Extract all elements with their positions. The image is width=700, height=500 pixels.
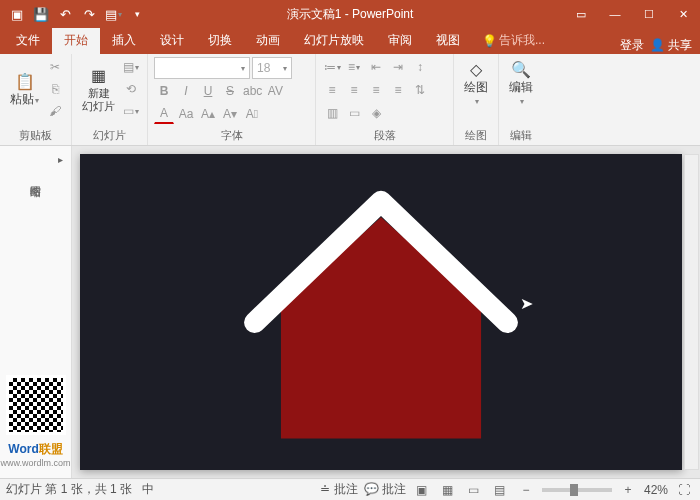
shadow-button[interactable]: abc xyxy=(242,81,263,101)
save-icon[interactable]: 💾 xyxy=(30,3,52,25)
tab-slideshow[interactable]: 幻灯片放映 xyxy=(292,27,376,54)
login-link[interactable]: 登录 xyxy=(620,37,644,54)
minimize-icon[interactable]: — xyxy=(598,0,632,28)
undo-icon[interactable]: ↶ xyxy=(54,3,76,25)
format-painter-icon[interactable]: 🖌 xyxy=(45,101,65,121)
qat-customize-icon[interactable]: ▾ xyxy=(126,3,148,25)
align-right-button[interactable]: ≡ xyxy=(366,80,386,100)
shapes-icon: ◇ xyxy=(466,59,486,79)
clipboard-icon: 📋 xyxy=(15,71,35,91)
tab-review[interactable]: 审阅 xyxy=(376,27,424,54)
text-direction-button[interactable]: ↕ xyxy=(410,57,430,77)
underline-button[interactable]: U xyxy=(198,81,218,101)
line-spacing-button[interactable]: ⇅ xyxy=(410,80,430,100)
outline-tab[interactable]: 缩略图 xyxy=(24,173,47,181)
group-label-editing: 编辑 xyxy=(505,126,537,145)
smartart-button[interactable]: ◈ xyxy=(366,103,386,123)
indent-decrease-button[interactable]: ⇤ xyxy=(366,57,386,77)
slide-canvas-area: ➤ xyxy=(72,146,700,478)
redo-icon[interactable]: ↷ xyxy=(78,3,100,25)
qr-code xyxy=(6,375,66,435)
ribbon-tabs: 文件 开始 插入 设计 切换 动画 幻灯片放映 审阅 视图 💡告诉我... 登录… xyxy=(0,28,700,54)
bullets-button[interactable]: ≔▾ xyxy=(322,57,342,77)
new-slide-button[interactable]: ▦ 新建 幻灯片 xyxy=(78,63,119,115)
char-spacing-button[interactable]: AV xyxy=(265,81,285,101)
shrink-font-button[interactable]: A▾ xyxy=(220,104,240,124)
tab-animations[interactable]: 动画 xyxy=(244,27,292,54)
font-color-button[interactable]: A xyxy=(154,104,174,124)
ribbon-options-icon[interactable]: ▭ xyxy=(564,0,598,28)
content-area: ▸ 缩略图 Word联盟 www.wordlm.com ➤ xyxy=(0,146,700,478)
ribbon: 📋 粘贴▾ ✂ ⎘ 🖌 剪贴板 ▦ 新建 幻灯片 ▤▾ ⟲ ▭▾ 幻灯片 xyxy=(0,54,700,146)
tab-design[interactable]: 设计 xyxy=(148,27,196,54)
align-left-button[interactable]: ≡ xyxy=(322,80,342,100)
slide[interactable]: ➤ xyxy=(80,154,682,470)
new-slide-icon: ▦ xyxy=(89,65,109,85)
italic-button[interactable]: I xyxy=(176,81,196,101)
editing-button[interactable]: 🔍 编辑▾ xyxy=(505,57,537,110)
zoom-level[interactable]: 42% xyxy=(644,483,668,497)
comments-button[interactable]: 💬 批注 xyxy=(364,481,406,498)
window-title: 演示文稿1 - PowerPoint xyxy=(287,6,414,23)
columns-button[interactable]: ▥ xyxy=(322,103,342,123)
sorter-view-icon[interactable]: ▦ xyxy=(438,481,458,499)
mouse-cursor-icon: ➤ xyxy=(520,294,533,313)
group-label-clipboard: 剪贴板 xyxy=(6,126,65,145)
language-indicator[interactable]: 中 xyxy=(142,481,154,498)
reading-view-icon[interactable]: ▭ xyxy=(464,481,484,499)
vertical-scrollbar[interactable] xyxy=(684,154,699,470)
normal-view-icon[interactable]: ▣ xyxy=(412,481,432,499)
section-icon[interactable]: ▭▾ xyxy=(121,101,141,121)
maximize-icon[interactable]: ☐ xyxy=(632,0,666,28)
change-case-button[interactable]: Aa xyxy=(176,104,196,124)
group-font: ▾ 18▾ B I U S abc AV A Aa A▴ A▾ A⃠ 字体 xyxy=(148,54,316,145)
start-from-beginning-icon[interactable]: ▤▾ xyxy=(102,3,124,25)
font-family-combo[interactable]: ▾ xyxy=(154,57,250,79)
group-label-slides: 幻灯片 xyxy=(78,126,141,145)
tell-me[interactable]: 💡告诉我... xyxy=(476,27,551,54)
house-body-shape xyxy=(281,217,481,438)
group-editing: 🔍 编辑▾ 编辑 xyxy=(499,54,543,145)
find-icon: 🔍 xyxy=(511,59,531,79)
tab-home[interactable]: 开始 xyxy=(52,27,100,54)
notes-button[interactable]: ≐ 批注 xyxy=(320,481,357,498)
bold-button[interactable]: B xyxy=(154,81,174,101)
group-paragraph: ≔▾ ≡▾ ⇤ ⇥ ↕ ≡ ≡ ≡ ≡ ⇅ ▥ ▭ ◈ 段落 xyxy=(316,54,454,145)
slideshow-view-icon[interactable]: ▤ xyxy=(490,481,510,499)
zoom-out-button[interactable]: − xyxy=(516,481,536,499)
paste-button[interactable]: 📋 粘贴▾ xyxy=(6,69,43,109)
tab-view[interactable]: 视图 xyxy=(424,27,472,54)
app-icon[interactable]: ▣ xyxy=(6,3,28,25)
grow-font-button[interactable]: A▴ xyxy=(198,104,218,124)
group-drawing: ◇ 绘图▾ 绘图 xyxy=(454,54,499,145)
tab-file[interactable]: 文件 xyxy=(4,27,52,54)
panel-collapse-icon[interactable]: ▸ xyxy=(58,154,67,165)
slide-counter[interactable]: 幻灯片 第 1 张，共 1 张 xyxy=(6,481,132,498)
cut-icon[interactable]: ✂ xyxy=(45,57,65,77)
thumbnail-panel: ▸ 缩略图 Word联盟 www.wordlm.com xyxy=(0,146,72,478)
drawing-button[interactable]: ◇ 绘图▾ xyxy=(460,57,492,110)
watermark: Word联盟 www.wordlm.com xyxy=(1,443,71,470)
share-button[interactable]: 👤 共享 xyxy=(650,37,692,54)
zoom-slider[interactable] xyxy=(542,488,612,492)
font-size-combo[interactable]: 18▾ xyxy=(252,57,292,79)
indent-increase-button[interactable]: ⇥ xyxy=(388,57,408,77)
strikethrough-button[interactable]: S xyxy=(220,81,240,101)
tab-transitions[interactable]: 切换 xyxy=(196,27,244,54)
close-icon[interactable]: ✕ xyxy=(666,0,700,28)
status-bar: 幻灯片 第 1 张，共 1 张 中 ≐ 批注 💬 批注 ▣ ▦ ▭ ▤ − + … xyxy=(0,478,700,500)
align-center-button[interactable]: ≡ xyxy=(344,80,364,100)
justify-button[interactable]: ≡ xyxy=(388,80,408,100)
clear-formatting-button[interactable]: A⃠ xyxy=(242,104,262,124)
reset-icon[interactable]: ⟲ xyxy=(121,79,141,99)
group-slides: ▦ 新建 幻灯片 ▤▾ ⟲ ▭▾ 幻灯片 xyxy=(72,54,148,145)
group-label-font: 字体 xyxy=(154,126,309,145)
numbering-button[interactable]: ≡▾ xyxy=(344,57,364,77)
align-text-button[interactable]: ▭ xyxy=(344,103,364,123)
copy-icon[interactable]: ⎘ xyxy=(45,79,65,99)
fit-to-window-icon[interactable]: ⛶ xyxy=(674,481,694,499)
zoom-in-button[interactable]: + xyxy=(618,481,638,499)
group-clipboard: 📋 粘贴▾ ✂ ⎘ 🖌 剪贴板 xyxy=(0,54,72,145)
layout-icon[interactable]: ▤▾ xyxy=(121,57,141,77)
tab-insert[interactable]: 插入 xyxy=(100,27,148,54)
